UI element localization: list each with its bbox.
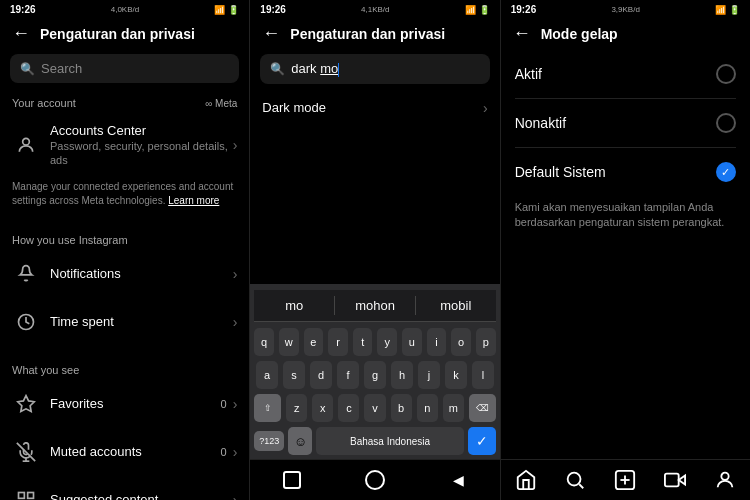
key-j[interactable]: j — [418, 361, 440, 389]
bottom-nav-3 — [501, 459, 750, 500]
key-c[interactable]: c — [338, 394, 359, 422]
key-w[interactable]: w — [279, 328, 299, 356]
accounts-center-icon — [12, 131, 40, 159]
search-nav-icon — [564, 469, 586, 491]
dark-mode-result[interactable]: Dark mode › — [250, 88, 499, 128]
option-aktif[interactable]: Aktif — [501, 50, 750, 98]
favorites-badge: 0 — [221, 398, 227, 410]
suggested-content-item[interactable]: Suggested content › — [0, 476, 249, 500]
key-h[interactable]: h — [391, 361, 413, 389]
status-info-3: 3,9KB/d — [611, 5, 639, 14]
key-l[interactable]: l — [472, 361, 494, 389]
back-button-2[interactable]: ← — [262, 23, 280, 44]
key-backspace[interactable]: ⌫ — [469, 394, 496, 422]
nav-home-3[interactable] — [514, 468, 538, 492]
back-button-1[interactable]: ← — [12, 23, 30, 44]
svg-rect-6 — [19, 492, 25, 498]
favorites-item[interactable]: Favorites 0 › — [0, 380, 249, 428]
option-aktif-label: Aktif — [515, 66, 716, 82]
nav-add-3[interactable] — [613, 468, 637, 492]
battery-icon-3: 🔋 — [729, 5, 740, 15]
time-spent-item[interactable]: Time spent › — [0, 298, 249, 346]
chevron-icon-2: › — [233, 266, 238, 282]
svg-point-0 — [23, 139, 30, 146]
option-nonaktif[interactable]: Nonaktif — [501, 99, 750, 147]
muted-accounts-item[interactable]: Muted accounts 0 › — [0, 428, 249, 476]
option-default[interactable]: Default Sistem — [501, 148, 750, 196]
radio-nonaktif[interactable] — [716, 113, 736, 133]
nav-back-2[interactable]: ◀ — [446, 468, 470, 492]
keyboard: mo mohon mobil q w e r t y u i o p a s d… — [250, 284, 499, 459]
signal-icon-2: 📶 — [465, 5, 476, 15]
key-b[interactable]: b — [391, 394, 412, 422]
key-k[interactable]: k — [445, 361, 467, 389]
section-what-you-see: What you see — [0, 354, 249, 380]
svg-point-12 — [568, 473, 581, 486]
search-input-2[interactable]: dark mo — [291, 61, 479, 77]
key-p[interactable]: p — [476, 328, 496, 356]
key-q[interactable]: q — [254, 328, 274, 356]
muted-icon — [12, 438, 40, 466]
suggestion-mo[interactable]: mo — [254, 296, 335, 315]
key-g[interactable]: g — [364, 361, 386, 389]
key-f[interactable]: f — [337, 361, 359, 389]
learn-more-link[interactable]: Learn more — [168, 195, 219, 206]
notifications-item[interactable]: Notifications › — [0, 250, 249, 298]
time-spent-content: Time spent — [50, 314, 233, 329]
key-z[interactable]: z — [286, 394, 307, 422]
search-bar-2[interactable]: 🔍 dark mo — [260, 54, 489, 84]
nav-square-2[interactable] — [280, 468, 304, 492]
nav-search-3[interactable] — [563, 468, 587, 492]
key-x[interactable]: x — [312, 394, 333, 422]
keyboard-row-1: q w e r t y u i o p — [254, 328, 495, 356]
svg-line-13 — [580, 484, 584, 488]
square-icon-2 — [283, 471, 301, 489]
svg-rect-18 — [665, 474, 679, 487]
section-your-account: Your account ∞ Meta — [0, 87, 249, 113]
panel-1: 19:26 4,0KB/d 📶 🔋 ← Pengaturan dan priva… — [0, 0, 250, 500]
key-u[interactable]: u — [402, 328, 422, 356]
suggestion-mohon[interactable]: mohon — [335, 296, 416, 315]
keyboard-bottom-row: ?123 ☺ Bahasa Indonesia ✓ — [254, 427, 495, 455]
battery-icon-2: 🔋 — [479, 5, 490, 15]
svg-rect-7 — [28, 492, 34, 498]
key-enter[interactable]: ✓ — [468, 427, 496, 455]
nav-profile-3[interactable] — [713, 468, 737, 492]
panel-3: 19:26 3,9KB/d 📶 🔋 ← Mode gelap Aktif Non… — [501, 0, 750, 500]
key-e[interactable]: e — [304, 328, 324, 356]
radio-default[interactable] — [716, 162, 736, 182]
key-shift[interactable]: ⇧ — [254, 394, 281, 422]
key-a[interactable]: a — [256, 361, 278, 389]
chevron-icon-5: › — [233, 444, 238, 460]
key-v[interactable]: v — [364, 394, 385, 422]
accounts-center-item[interactable]: Accounts Center Password, security, pers… — [0, 113, 249, 178]
status-bar-3: 19:26 3,9KB/d 📶 🔋 — [501, 0, 750, 17]
option-default-label: Default Sistem — [515, 164, 716, 180]
key-y[interactable]: y — [377, 328, 397, 356]
key-o[interactable]: o — [451, 328, 471, 356]
key-s[interactable]: s — [283, 361, 305, 389]
nav-circle-2[interactable] — [363, 468, 387, 492]
key-d[interactable]: d — [310, 361, 332, 389]
key-t[interactable]: t — [353, 328, 373, 356]
key-space[interactable]: Bahasa Indonesia — [316, 427, 463, 455]
key-emoji[interactable]: ☺ — [288, 427, 312, 455]
top-nav-2: ← Pengaturan dan privasi — [250, 17, 499, 50]
suggested-content-title: Suggested content — [50, 492, 233, 500]
keyboard-suggestions: mo mohon mobil — [254, 290, 495, 322]
accounts-center-content: Accounts Center Password, security, pers… — [50, 123, 233, 168]
status-info-2: 4,1KB/d — [361, 5, 389, 14]
key-n[interactable]: n — [417, 394, 438, 422]
key-symbols[interactable]: ?123 — [254, 431, 284, 451]
notifications-icon — [12, 260, 40, 288]
suggested-content-icon — [12, 486, 40, 500]
profile-icon — [714, 469, 736, 491]
key-r[interactable]: r — [328, 328, 348, 356]
nav-activity-3[interactable] — [663, 468, 687, 492]
suggestion-mobil[interactable]: mobil — [416, 296, 496, 315]
key-i[interactable]: i — [427, 328, 447, 356]
search-bar-1[interactable]: 🔍 Search — [10, 54, 239, 83]
radio-aktif[interactable] — [716, 64, 736, 84]
key-m[interactable]: m — [443, 394, 464, 422]
back-button-3[interactable]: ← — [513, 23, 531, 44]
